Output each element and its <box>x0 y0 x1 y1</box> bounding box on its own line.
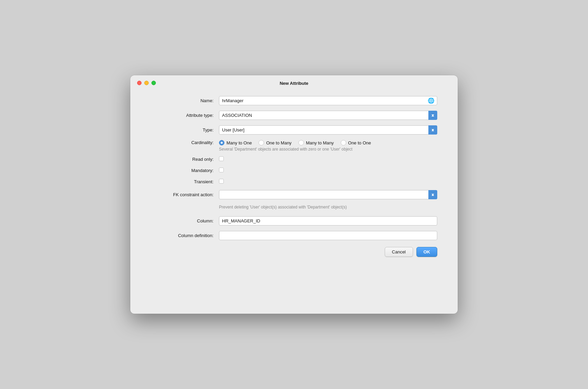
radio-many-to-many-input[interactable] <box>298 140 304 145</box>
read-only-checkbox[interactable] <box>219 156 224 161</box>
radio-many-to-many-label: Many to Many <box>306 140 334 145</box>
cardinality-options: Many to One One to Many Many to Many One… <box>219 140 437 145</box>
window-title: New Attribute <box>280 81 308 86</box>
mandatory-checkbox[interactable] <box>219 168 224 172</box>
name-input-wrapper: 🌐 <box>219 96 437 105</box>
transient-row: Transient: <box>151 179 437 185</box>
maximize-button[interactable] <box>151 81 156 85</box>
traffic-lights <box>137 81 156 85</box>
column-def-control <box>219 231 437 240</box>
column-def-label: Column definition: <box>151 233 219 238</box>
transient-checkbox[interactable] <box>219 179 224 184</box>
fk-constraint-row: FK constraint action: <box>151 190 437 199</box>
fk-constraint-wrapper <box>219 190 437 199</box>
type-label: Type: <box>151 127 219 133</box>
fk-constraint-label: FK constraint action: <box>151 192 219 197</box>
read-only-label: Read only: <box>151 157 219 162</box>
attribute-type-row: Attribute type: ASSOCIATION <box>151 111 437 120</box>
column-input[interactable] <box>219 216 437 225</box>
radio-one-to-many[interactable]: One to Many <box>259 140 291 145</box>
type-select[interactable]: User [User] <box>219 125 437 135</box>
radio-group: Many to One One to Many Many to Many One… <box>219 140 437 145</box>
form-content: Name: 🌐 Attribute type: ASSOCIATION Type… <box>130 89 458 267</box>
radio-many-to-one-input[interactable] <box>219 140 224 145</box>
radio-many-to-one[interactable]: Many to One <box>219 140 252 145</box>
column-label: Column: <box>151 218 219 223</box>
title-bar: New Attribute <box>130 75 458 89</box>
column-row: Column: <box>151 216 437 225</box>
read-only-row: Read only: <box>151 156 437 162</box>
type-wrapper: User [User] <box>219 125 437 135</box>
read-only-control <box>219 156 437 162</box>
cancel-button[interactable]: Cancel <box>385 247 413 257</box>
minimize-button[interactable] <box>144 81 149 85</box>
attribute-type-wrapper: ASSOCIATION <box>219 111 437 120</box>
mandatory-control <box>219 168 437 173</box>
attribute-type-select[interactable]: ASSOCIATION <box>219 111 437 120</box>
radio-one-to-one-label: One to One <box>348 140 371 145</box>
attribute-type-label: Attribute type: <box>151 113 219 118</box>
transient-label: Transient: <box>151 179 219 184</box>
dialog-window: New Attribute Name: 🌐 Attribute type: AS… <box>130 75 458 314</box>
transient-control <box>219 179 437 185</box>
mandatory-row: Mandatory: <box>151 168 437 173</box>
button-row: Cancel OK <box>151 247 437 257</box>
cardinality-hint: Several 'Department' objects are associa… <box>219 147 437 152</box>
cardinality-label: Cardinality: <box>151 140 219 145</box>
radio-one-to-many-input[interactable] <box>259 140 264 145</box>
column-def-input[interactable] <box>219 231 437 240</box>
globe-icon: 🌐 <box>428 97 435 104</box>
radio-many-to-one-label: Many to One <box>226 140 252 145</box>
radio-one-to-one[interactable]: One to One <box>341 140 371 145</box>
radio-one-to-many-label: One to Many <box>266 140 291 145</box>
name-row: Name: 🌐 <box>151 96 437 105</box>
name-input[interactable] <box>219 96 437 105</box>
cardinality-row: Cardinality: Many to One One to Many Man… <box>151 140 437 145</box>
radio-one-to-one-input[interactable] <box>341 140 346 145</box>
ok-button[interactable]: OK <box>416 247 438 257</box>
close-button[interactable] <box>137 81 142 85</box>
mandatory-label: Mandatory: <box>151 168 219 173</box>
column-def-row: Column definition: <box>151 231 437 240</box>
radio-many-to-many[interactable]: Many to Many <box>298 140 334 145</box>
fk-constraint-select[interactable] <box>219 190 437 199</box>
column-control <box>219 216 437 225</box>
fk-hint: Prevent deleting 'User' object(s) associ… <box>219 205 437 209</box>
name-label: Name: <box>151 98 219 103</box>
type-row: Type: User [User] <box>151 125 437 135</box>
